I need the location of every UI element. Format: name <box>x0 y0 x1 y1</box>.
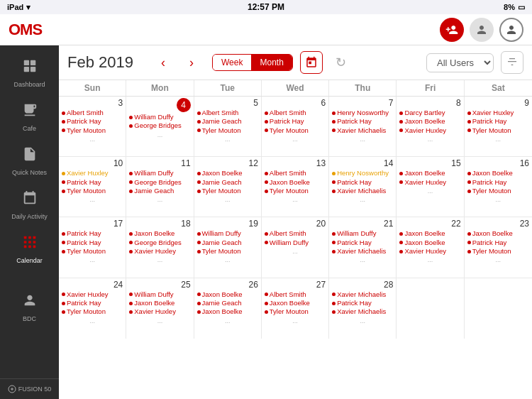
sidebar-item-dashboard[interactable]: Dashboard <box>0 51 59 95</box>
event-dot <box>197 310 201 314</box>
event-2-1-1: George Bridges <box>129 239 190 247</box>
svg-rect-2 <box>23 67 28 72</box>
event-label: Tyler Mouton <box>202 187 241 195</box>
more-3-1: ... <box>129 317 190 324</box>
settings-button[interactable] <box>499 18 523 42</box>
month-view-button[interactable]: Month <box>251 55 292 70</box>
event-2-2-2: Tyler Mouton <box>197 247 258 256</box>
event-label: Patrick Hay <box>67 117 101 126</box>
sidebar-item-daily-activity[interactable]: Daily Activity <box>0 183 59 227</box>
event-dot <box>197 120 201 124</box>
calendar-picker-button[interactable] <box>300 51 323 74</box>
cell-0-5[interactable]: 8Darcy BartleyJaxon BoelkeXavier Huxley.… <box>397 97 464 156</box>
event-3-2-1: Jamie Geach <box>197 299 258 307</box>
add-user-button[interactable] <box>440 18 464 42</box>
more-2-3: ... <box>265 248 326 255</box>
cell-1-1[interactable]: 11William DuffyGeorge BridgesJamie Geach… <box>126 157 194 217</box>
event-label: Jaxon Boelke <box>134 299 174 307</box>
cell-2-3[interactable]: 20Albert SmithWilliam Duffy... <box>262 217 329 277</box>
cell-3-6[interactable] <box>465 278 532 339</box>
next-month-button[interactable]: › <box>181 52 202 73</box>
event-label: Patrick Hay <box>270 117 304 126</box>
fusion-label: FUSION 50 <box>18 386 52 393</box>
event-label: Xavier Huxley <box>404 247 446 256</box>
cell-2-4[interactable]: 21William DuffyPatrick HayXavier Michael… <box>329 217 397 277</box>
cell-0-3[interactable]: 6Albert SmithPatrick HayTyler Mouton... <box>262 97 329 156</box>
cell-0-6[interactable]: 9Xavier HuxleyPatrick HayTyler Mouton... <box>465 97 532 156</box>
cell-1-3[interactable]: 13Albert SmithJaxon BoelkeTyler Mouton..… <box>262 157 329 217</box>
more-1-4: ... <box>332 196 393 203</box>
profile-button[interactable] <box>470 18 494 42</box>
cell-3-0[interactable]: 24Xavier HuxleyPatrick HayTyler Mouton..… <box>59 278 126 339</box>
cell-3-5[interactable] <box>397 278 464 339</box>
cell-2-5[interactable]: 22Jaxon BoelkeJaxon BoelkeXavier Huxley.… <box>397 217 464 277</box>
cell-2-1[interactable]: 18Jaxon BoelkeGeorge BridgesXavier Huxle… <box>126 217 194 277</box>
week-view-button[interactable]: Week <box>213 55 251 70</box>
event-0-5-1: Jaxon Boelke <box>399 117 460 126</box>
event-3-4-1: Patrick Hay <box>332 299 393 307</box>
event-3-3-2: Tyler Mouton <box>265 307 326 316</box>
cell-2-6[interactable]: 23Jaxon BoelkePatrick HayTyler Mouton... <box>465 217 532 277</box>
sidebar-item-quick-notes[interactable]: Quick Notes <box>0 139 59 183</box>
all-users-select[interactable]: All Users <box>426 53 494 72</box>
event-dot <box>265 293 268 296</box>
svg-rect-0 <box>23 60 28 65</box>
cell-1-2[interactable]: 12Jaxon BoelkeJamie GeachTyler Mouton... <box>194 157 262 217</box>
event-dot <box>265 302 268 305</box>
event-dot <box>467 120 471 124</box>
date-1-0: 10 <box>62 158 123 168</box>
event-label: Jaxon Boelke <box>404 117 445 126</box>
date-2-5: 22 <box>399 219 460 229</box>
event-dot <box>197 232 201 236</box>
event-0-4-2: Xavier Michaelis <box>332 126 393 135</box>
cell-3-3[interactable]: 27Albert SmithJaxon BoelkeTyler Mouton..… <box>262 278 329 339</box>
cell-3-2[interactable]: 26Jaxon BoelkeJamie GeachJaxon Boelke... <box>194 278 262 339</box>
event-label: William Duffy <box>134 290 173 299</box>
event-0-1-1: George Bridges <box>129 121 190 130</box>
event-dot <box>197 111 201 115</box>
event-dot <box>467 129 471 132</box>
event-label: Jaxon Boelke <box>202 290 243 299</box>
event-0-2-2: Tyler Mouton <box>197 126 258 135</box>
cell-3-1[interactable]: 25William DuffyJaxon BoelkeXavier Huxley… <box>126 278 194 339</box>
cell-2-0[interactable]: 17Patrick HayPatrick HayTyler Mouton... <box>59 217 126 277</box>
event-1-3-1: Jaxon Boelke <box>265 178 326 187</box>
cell-1-4[interactable]: 14Henry NosworthyPatrick HayXavier Micha… <box>329 157 397 217</box>
event-1-1-1: George Bridges <box>129 178 190 187</box>
cell-3-4[interactable]: 28Xavier MichaelisPatrick HayXavier Mich… <box>329 278 397 339</box>
event-dot <box>399 172 403 175</box>
more-0-6: ... <box>467 136 529 143</box>
cell-0-1[interactable]: 4William DuffyGeorge Bridges... <box>126 97 194 156</box>
status-bar: iPad ▾ 12:57 PM 8% ▭ <box>0 0 532 14</box>
cell-1-5[interactable]: 15Jaxon BoelkeXavier Huxley... <box>397 157 464 217</box>
event-label: William Duffy <box>134 113 173 121</box>
main-layout: Dashboard Cafe Quick Notes Daily Activit… <box>0 45 532 399</box>
event-dot <box>467 180 471 184</box>
date-0-6: 9 <box>467 98 529 108</box>
cell-0-2[interactable]: 5Albert SmithJamie GeachTyler Mouton... <box>194 97 262 156</box>
more-2-4: ... <box>332 256 393 263</box>
prev-month-button[interactable]: ‹ <box>153 52 174 73</box>
filter-button[interactable] <box>501 51 523 74</box>
sidebar-item-cafe[interactable]: Cafe <box>0 95 59 139</box>
event-label: Patrick Hay <box>67 229 101 238</box>
sidebar-item-bdc[interactable]: BDC <box>0 285 59 329</box>
sidebar-item-calendar[interactable]: Calendar <box>0 227 59 271</box>
cell-1-6[interactable]: 16Jaxon BoelkePatrick HayTyler Mouton... <box>465 157 532 217</box>
device-label: iPad <box>7 3 23 11</box>
more-2-0: ... <box>62 256 123 263</box>
cell-2-2[interactable]: 19William DuffyJamie GeachTyler Mouton..… <box>194 217 262 277</box>
event-label: Xavier Huxley <box>404 178 446 187</box>
event-dot <box>265 232 268 236</box>
refresh-button[interactable]: ↻ <box>330 51 353 74</box>
event-0-6-2: Tyler Mouton <box>467 126 529 135</box>
cell-0-0[interactable]: 3Albert SmithPatrick HayTyler Mouton... <box>59 97 126 156</box>
event-dot <box>129 241 133 244</box>
event-label: Tyler Mouton <box>67 187 106 195</box>
more-2-5: ... <box>399 256 460 263</box>
event-dot <box>332 120 336 124</box>
event-dot <box>332 250 336 253</box>
cell-1-0[interactable]: 10Xavier HuxleyPatrick HayTyler Mouton..… <box>59 157 126 217</box>
cell-0-4[interactable]: 7Henry NosworthyPatrick HayXavier Michae… <box>329 97 397 156</box>
event-label: Patrick Hay <box>67 178 101 187</box>
